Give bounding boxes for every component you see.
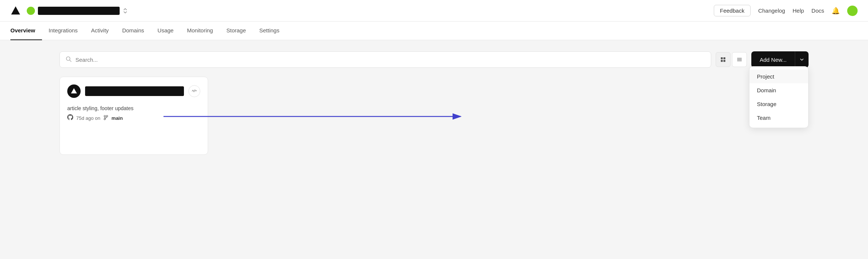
svg-point-12 (106, 115, 108, 117)
github-icon (67, 114, 73, 122)
help-link[interactable]: Help (793, 7, 804, 14)
logo-icon[interactable] (10, 6, 21, 16)
svg-rect-6 (723, 60, 725, 62)
projects-grid: article styling, footer updates 75d ago … (59, 77, 809, 155)
grid-view-button[interactable] (716, 52, 731, 67)
svg-marker-10 (71, 88, 77, 93)
tab-integrations[interactable]: Integrations (42, 22, 84, 40)
tab-storage[interactable]: Storage (220, 22, 253, 40)
search-icon (66, 56, 72, 63)
dropdown-item-domain[interactable]: Domain (749, 83, 808, 97)
org-name (38, 7, 120, 15)
list-view-button[interactable] (732, 52, 747, 67)
add-new-dropdown-menu: Project Domain Storage Team (749, 66, 809, 128)
branch-name: main (111, 115, 123, 121)
project-name (85, 86, 184, 96)
nav-left (10, 6, 128, 16)
main-content: Add New... (0, 40, 868, 166)
card-header (67, 84, 200, 98)
card-meta: 75d ago on main (67, 114, 200, 122)
svg-point-11 (104, 115, 106, 117)
svg-rect-5 (721, 60, 723, 62)
branch-icon (103, 115, 108, 121)
activity-icon[interactable] (188, 85, 200, 97)
dropdown-item-team[interactable]: Team (749, 111, 808, 125)
project-card: article styling, footer updates 75d ago … (59, 77, 208, 155)
nav-right: Feedback Changelog Help Docs 🔔 (714, 5, 858, 16)
tab-settings[interactable]: Settings (253, 22, 286, 40)
tab-overview[interactable]: Overview (10, 22, 42, 40)
tab-usage[interactable]: Usage (151, 22, 180, 40)
org-selector[interactable] (27, 7, 128, 15)
top-navbar: Feedback Changelog Help Docs 🔔 (0, 0, 868, 22)
notifications-icon[interactable]: 🔔 (832, 7, 840, 15)
tab-monitoring[interactable]: Monitoring (180, 22, 220, 40)
svg-point-13 (104, 118, 106, 120)
project-logo (67, 84, 81, 98)
time-ago: 75d ago on (76, 115, 100, 121)
search-container (59, 51, 711, 68)
docs-link[interactable]: Docs (812, 7, 824, 14)
tab-navigation: Overview Integrations Activity Domains U… (0, 22, 868, 40)
org-chevron-icon (123, 7, 128, 14)
user-avatar[interactable] (847, 6, 858, 16)
add-new-dropdown-button[interactable] (795, 51, 809, 68)
tab-domains[interactable]: Domains (116, 22, 151, 40)
feedback-button[interactable]: Feedback (714, 5, 751, 16)
search-toolbar: Add New... (59, 51, 809, 68)
org-avatar (27, 7, 35, 15)
changelog-link[interactable]: Changelog (758, 7, 785, 14)
svg-marker-0 (11, 6, 20, 15)
svg-rect-4 (723, 57, 725, 59)
svg-line-2 (70, 60, 71, 61)
add-new-button[interactable]: Add New... (751, 51, 795, 68)
dropdown-item-project[interactable]: Project (749, 70, 808, 83)
search-input[interactable] (75, 57, 705, 63)
dropdown-item-storage[interactable]: Storage (749, 97, 808, 111)
tab-activity[interactable]: Activity (84, 22, 116, 40)
view-toggle (716, 52, 747, 67)
commit-message: article styling, footer updates (67, 105, 200, 111)
add-new-container: Add New... (751, 51, 809, 68)
card-footer: article styling, footer updates 75d ago … (67, 105, 200, 122)
svg-rect-3 (721, 57, 723, 59)
